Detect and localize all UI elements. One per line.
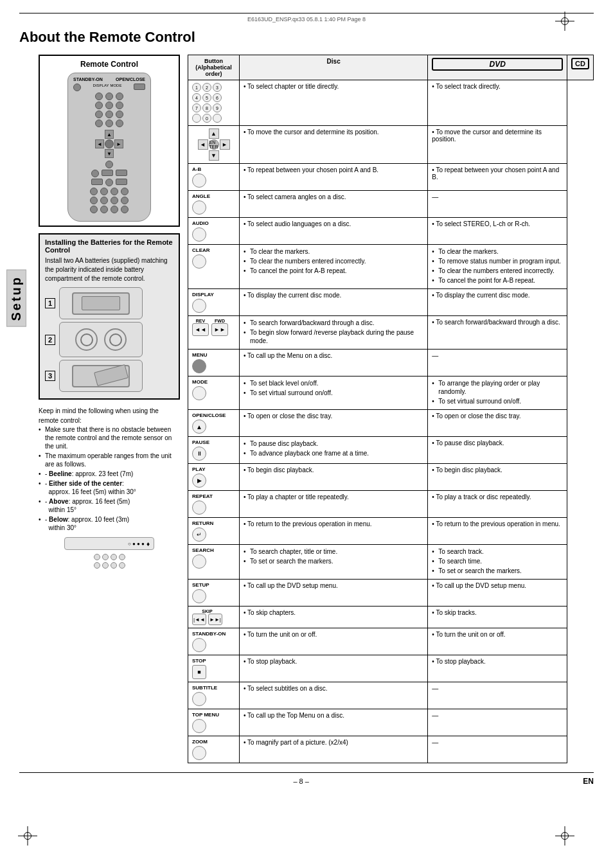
remote-speaker-grid	[94, 554, 125, 569]
btn-setup: SETUP	[188, 580, 240, 607]
cell-dvd-audio: • To select audio languages on a disc.	[240, 218, 428, 245]
language-label: EN	[583, 777, 594, 786]
step-1-number: 1	[45, 298, 55, 308]
cell-dvd-0-9: • To select chapter or title directly.	[240, 80, 428, 126]
step-3-number: 3	[45, 371, 55, 381]
btn-repeat: REPEAT	[188, 491, 240, 518]
crosshair-bottom-right	[555, 826, 574, 846]
right-panel: Button (Alphabetical order) Disc DVD CD	[188, 55, 594, 763]
cell-cd-menu: —	[428, 350, 567, 376]
header-disc: Disc	[240, 55, 428, 80]
cell-dvd-stop: • To stop playback.	[240, 655, 428, 682]
btn-play: PLAY ▶	[188, 464, 240, 491]
cell-dvd-arrows: • To move the cursor and determine its p…	[240, 126, 428, 164]
table-row: STANDBY-ON • To turn the unit on or off.…	[188, 628, 594, 655]
cell-dvd-skip: • To skip chapters.	[240, 607, 428, 628]
table-row: SETUP • To call up the DVD setup menu. •…	[188, 580, 594, 607]
cell-dvd-ab: • To repeat between your chosen point A …	[240, 164, 428, 191]
battery-instruction: Install two AA batteries (supplied) matc…	[45, 256, 173, 283]
cell-cd-display: • To display the current disc mode.	[428, 289, 567, 316]
step-2-number: 2	[45, 335, 55, 345]
table-header: Button (Alphabetical order) Disc DVD CD	[188, 55, 594, 80]
cell-dvd-angle: • To select camera angles on a disc.	[240, 191, 428, 218]
btn-top-menu: TOP MENU	[188, 709, 240, 736]
page-number: – 8 –	[293, 777, 308, 785]
cell-cd-zoom: —	[428, 736, 567, 763]
btn-0-9: 1 2 3 4 5 6 7 8 9 0	[188, 80, 240, 126]
cell-dvd-setup: • To call up the DVD setup menu.	[240, 580, 428, 607]
table-row: REPEAT • To play a chapter or title repe…	[188, 491, 594, 518]
page: E6163UD_ENSP.qx33 05.8.1 1:40 PM Page 8 …	[0, 0, 613, 868]
cell-cd-play: • To begin disc playback.	[428, 464, 567, 491]
table-row: OPEN/CLOSE ▲ • To open or close the disc…	[188, 410, 594, 437]
table-row: MENU • To call up the Menu on a disc. —	[188, 350, 594, 376]
table-row: REV ◄◄ FWD ►► To search	[188, 316, 594, 350]
table-row: SKIP |◄◄ ►►| • To skip chapters. • To sk…	[188, 607, 594, 628]
btn-ab: A-B	[188, 164, 240, 191]
note-6: - Below: approx. 10 feet (3m) within 30°	[39, 515, 180, 532]
cell-cd-repeat: • To play a track or disc repeatedly.	[428, 491, 567, 518]
btn-mode: MODE	[188, 376, 240, 410]
cell-cd-stop: • To stop playback.	[428, 655, 567, 682]
cell-dvd-search: To search chapter, title or time. To set…	[240, 545, 428, 580]
cell-cd-open-close: • To open or close the disc tray.	[428, 410, 567, 437]
table-row: PAUSE ⏸ To pause disc playback. To advan…	[188, 437, 594, 464]
notes-list: Make sure that there is no obstacle betw…	[39, 425, 180, 532]
cell-cd-clear: To clear the markers. To remove status n…	[428, 245, 567, 289]
crosshair-bottom-left	[18, 826, 37, 846]
cell-dvd-display: • To display the current disc mode.	[240, 289, 428, 316]
table-row: SEARCH To search chapter, title or time.…	[188, 545, 594, 580]
table-row: A-B • To repeat between your chosen poin…	[188, 164, 594, 191]
note-5: - Above: approx. 16 feet (5m) within 15°	[39, 497, 180, 514]
cell-dvd-repeat: • To play a chapter or title repeatedly.	[240, 491, 428, 518]
table-row: ANGLE • To select camera angles on a dis…	[188, 191, 594, 218]
cell-dvd-play: • To begin disc playback.	[240, 464, 428, 491]
notes-title: Keep in mind the following when using th…	[39, 406, 180, 425]
header-cd: CD	[567, 55, 594, 80]
cell-dvd-open-close: • To open or close the disc tray.	[240, 410, 428, 437]
table-row: ZOOM • To magnify part of a picture. (x2…	[188, 736, 594, 763]
btn-audio: AUDIO	[188, 218, 240, 245]
cell-dvd-zoom: • To magnify part of a picture. (x2/x4)	[240, 736, 428, 763]
page-title: About the Remote Control	[19, 29, 594, 46]
cell-cd-ab: • To repeat between your chosen point A …	[428, 164, 567, 191]
battery-step-2: 2	[45, 322, 173, 357]
btn-return: RETURN ↵	[188, 518, 240, 545]
btn-subtitle: SUBTITLE	[188, 682, 240, 709]
btn-pause: PAUSE ⏸	[188, 437, 240, 464]
table-row: CLEAR To clear the markers. To clear the…	[188, 245, 594, 289]
table-row: DISPLAY • To display the current disc mo…	[188, 289, 594, 316]
left-panel: Remote Control STANDBY-ON OPEN/CLOSE DIS…	[39, 55, 180, 569]
table-row: TOP MENU • To call up the Top Menu on a …	[188, 709, 594, 736]
table-row: STOP ■ • To stop playback. • To stop pla…	[188, 655, 594, 682]
remote-bottom-diagram: ○ ● ● ● ♦	[39, 537, 180, 569]
cell-cd-setup: • To call up the DVD setup menu.	[428, 580, 567, 607]
cell-cd-return: • To return to the previous operation in…	[428, 518, 567, 545]
btn-zoom: ZOOM	[188, 736, 240, 763]
cell-dvd-return: • To return to the previous operation in…	[240, 518, 428, 545]
btn-display: DISPLAY	[188, 289, 240, 316]
header-dvd: DVD	[428, 55, 567, 80]
remote-control-title: Remote Control	[44, 60, 175, 69]
table-row: ▲ ◄ ENTER ► ▼	[188, 126, 594, 164]
table-row: MODE To set black level on/off. To set v…	[188, 376, 594, 410]
header-button: Button (Alphabetical order)	[188, 55, 240, 80]
button-table: Button (Alphabetical order) Disc DVD CD	[188, 55, 594, 763]
battery-section: Installing the Batteries for the Remote …	[39, 233, 180, 400]
step-2-image	[59, 322, 143, 357]
cell-dvd-subtitle: • To select subtitles on a disc.	[240, 682, 428, 709]
cell-cd-pause: • To pause disc playback.	[428, 437, 567, 464]
remote-control-section: Remote Control STANDBY-ON OPEN/CLOSE DIS…	[39, 55, 180, 227]
cell-dvd-top-menu: • To call up the Top Menu on a disc.	[240, 709, 428, 736]
cell-dvd-mode: To set black level on/off. To set virtua…	[240, 376, 428, 410]
table-row: 1 2 3 4 5 6 7 8 9 0	[188, 80, 594, 126]
note-1: Make sure that there is no obstacle betw…	[39, 425, 180, 450]
cell-cd-audio: • To select STEREO, L-ch or R-ch.	[428, 218, 567, 245]
btn-skip: SKIP |◄◄ ►►|	[188, 607, 240, 628]
btn-rev-fwd: REV ◄◄ FWD ►►	[188, 316, 240, 350]
cell-cd-mode: To arrange the playing order or play ran…	[428, 376, 567, 410]
file-metadata: E6163UD_ENSP.qx33 05.8.1 1:40 PM Page 8	[19, 13, 594, 22]
cell-cd-subtitle: —	[428, 682, 567, 709]
btn-arrows: ▲ ◄ ENTER ► ▼	[188, 126, 240, 164]
setup-label: Setup	[6, 270, 26, 327]
